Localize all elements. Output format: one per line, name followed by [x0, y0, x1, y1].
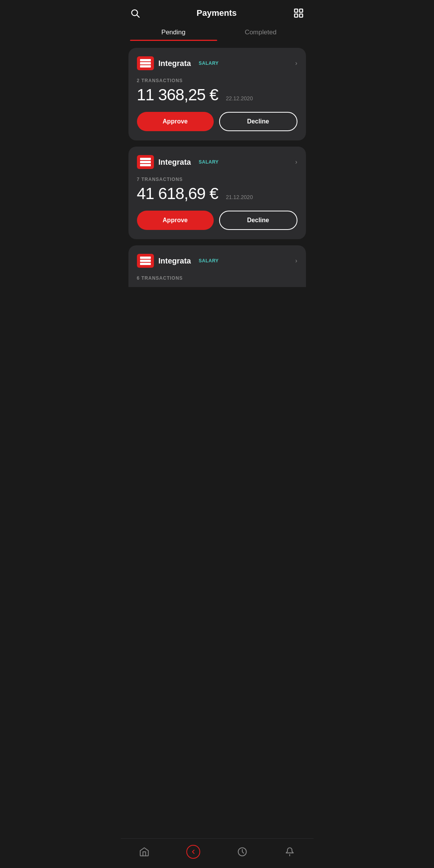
badge-salary-3: SALARY — [199, 258, 219, 263]
approve-button-2[interactable]: Approve — [137, 211, 214, 230]
transactions-label-1: 2 TRANSACTIONS — [137, 78, 297, 83]
svg-rect-12 — [140, 257, 151, 259]
bottom-nav — [121, 838, 314, 868]
date-2: 21.12.2020 — [226, 194, 253, 200]
chevron-right-icon-2[interactable]: › — [295, 159, 297, 165]
cards-container: Integrata SALARY › 2 TRANSACTIONS 11 368… — [121, 48, 314, 838]
card-header-3: Integrata SALARY › — [137, 254, 297, 268]
action-buttons-2: Approve Decline — [137, 211, 297, 230]
payment-card-2: Integrata SALARY › 7 TRANSACTIONS 41 618… — [128, 147, 306, 239]
tab-completed[interactable]: Completed — [217, 25, 304, 40]
nav-home[interactable] — [133, 845, 156, 859]
chevron-right-icon-3[interactable]: › — [295, 257, 297, 264]
svg-rect-10 — [140, 161, 151, 163]
grid-view-button[interactable] — [293, 8, 304, 19]
amount-1: 11 368,25 € — [137, 86, 218, 104]
svg-rect-2 — [295, 9, 298, 12]
header: Payments — [121, 0, 314, 25]
svg-rect-8 — [140, 65, 151, 68]
decline-button-2[interactable]: Decline — [219, 211, 297, 230]
history-icon — [237, 846, 248, 857]
nav-history[interactable] — [231, 845, 254, 859]
payment-card-1: Integrata SALARY › 2 TRANSACTIONS 11 368… — [128, 48, 306, 140]
company-logo-2 — [137, 155, 154, 169]
company-name-1: Integrata — [159, 59, 191, 68]
home-icon — [139, 846, 150, 857]
page-title: Payments — [197, 8, 237, 18]
action-buttons-1: Approve Decline — [137, 112, 297, 131]
company-logo-1 — [137, 56, 154, 70]
svg-rect-11 — [140, 164, 151, 166]
tabs-container: Pending Completed — [121, 25, 314, 40]
svg-rect-13 — [140, 260, 151, 262]
badge-salary-1: SALARY — [199, 61, 219, 66]
company-logo-3 — [137, 254, 154, 268]
payment-card-3: Integrata SALARY › 6 TRANSACTIONS — [128, 245, 306, 287]
nav-back[interactable] — [180, 843, 206, 860]
notifications-icon — [284, 846, 295, 857]
decline-button-1[interactable]: Decline — [219, 112, 297, 131]
amount-row-1: 11 368,25 € 22.12.2020 — [137, 86, 297, 104]
tab-pending[interactable]: Pending — [130, 25, 217, 40]
svg-rect-3 — [300, 9, 303, 12]
amount-2: 41 618,69 € — [137, 184, 218, 203]
date-1: 22.12.2020 — [226, 95, 253, 101]
svg-line-1 — [137, 15, 139, 17]
transactions-label-3: 6 TRANSACTIONS — [137, 275, 297, 281]
company-name-3: Integrata — [159, 257, 191, 265]
nav-notifications[interactable] — [278, 845, 301, 859]
back-icon — [190, 848, 197, 855]
card-header-1: Integrata SALARY › — [137, 56, 297, 70]
svg-rect-4 — [295, 14, 298, 17]
svg-rect-5 — [300, 14, 303, 17]
svg-rect-9 — [140, 158, 151, 160]
svg-rect-14 — [140, 263, 151, 265]
card-header-2: Integrata SALARY › — [137, 155, 297, 169]
svg-rect-6 — [140, 59, 151, 61]
svg-rect-7 — [140, 62, 151, 64]
search-button[interactable] — [130, 8, 140, 18]
transactions-label-2: 7 TRANSACTIONS — [137, 177, 297, 182]
approve-button-1[interactable]: Approve — [137, 112, 214, 131]
amount-row-2: 41 618,69 € 21.12.2020 — [137, 184, 297, 203]
chevron-right-icon-1[interactable]: › — [295, 60, 297, 67]
company-name-2: Integrata — [159, 158, 191, 167]
badge-salary-2: SALARY — [199, 159, 219, 165]
